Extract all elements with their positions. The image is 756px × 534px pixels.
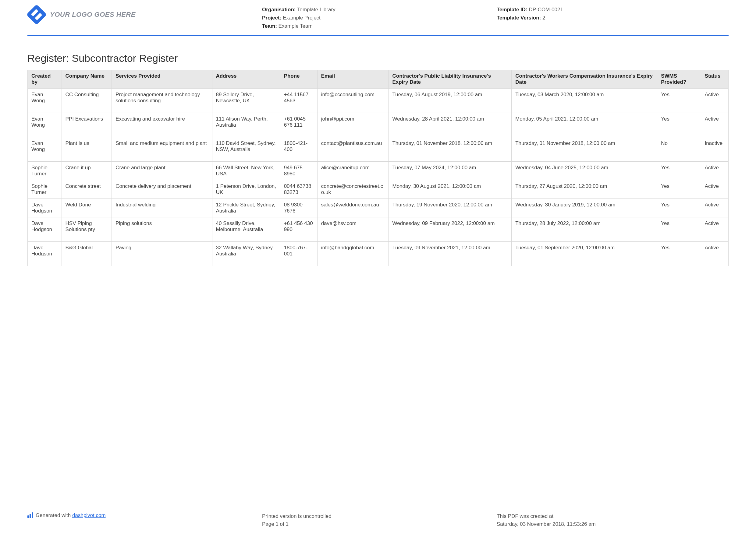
table-row: Evan WongCC ConsultingProject management… [28, 88, 729, 113]
cell-created_by: Evan Wong [28, 88, 62, 113]
cell-liability: Wednesday, 28 April 2021, 12:00:00 am [389, 113, 512, 137]
page: YOUR LOGO GOES HERE Organisation: Templa… [0, 0, 756, 534]
cell-address: 40 Sessiliy Drive, Melbourne, Australia [212, 217, 280, 242]
table-row: Sophie TurnerConcrete streetConcrete del… [28, 180, 729, 198]
cell-services: Project management and technology soluti… [112, 88, 212, 113]
table-row: Evan WongPPI ExcavationsExcavating and e… [28, 113, 729, 137]
created-value: Saturday, 03 November 2018, 11:53:26 am [497, 520, 729, 528]
cell-address: 66 Wall Street, New York, USA [212, 161, 280, 180]
header: YOUR LOGO GOES HERE Organisation: Templa… [27, 6, 729, 36]
footer-mid: Printed version is uncontrolled Page 1 o… [262, 512, 497, 528]
cell-liability: Thursday, 01 November 2018, 12:00:00 am [389, 137, 512, 161]
cell-email: john@ppi.com [317, 113, 389, 137]
template-version-value: 2 [542, 15, 545, 21]
cell-phone: +61 456 430 990 [280, 217, 317, 242]
col-header-email: Email [317, 70, 389, 88]
cell-swms: Yes [657, 198, 701, 217]
cell-company: Crane it up [62, 161, 112, 180]
cell-services: Industrial welding [112, 198, 212, 217]
cell-company: Plant is us [62, 137, 112, 161]
cell-status: Inactive [701, 137, 728, 161]
cell-workers: Thursday, 01 November 2018, 12:00:00 am [512, 137, 657, 161]
header-meta-right: Template ID: DP-COM-0021 Template Versio… [497, 6, 729, 22]
cell-liability: Tuesday, 07 May 2024, 12:00:00 am [389, 161, 512, 180]
cell-services: Piping solutions [112, 217, 212, 242]
cell-address: 1 Peterson Drive, London, UK [212, 180, 280, 198]
cell-swms: Yes [657, 217, 701, 242]
generated-prefix: Generated with [36, 512, 72, 518]
cell-email: info@ccconsutling.com [317, 88, 389, 113]
logo-block: YOUR LOGO GOES HERE [27, 6, 262, 24]
table-header-row: Created by Company Name Services Provide… [28, 70, 729, 88]
cell-email: sales@welddone.com.au [317, 198, 389, 217]
cell-email: alice@craneitup.com [317, 161, 389, 180]
cell-workers: Tuesday, 01 September 2020, 12:00:00 am [512, 242, 657, 266]
cell-swms: Yes [657, 180, 701, 198]
cell-services: Small and medium equipment and plant [112, 137, 212, 161]
cell-liability: Tuesday, 09 November 2021, 12:00:00 am [389, 242, 512, 266]
cell-company: PPI Excavations [62, 113, 112, 137]
cell-liability: Tuesday, 06 August 2019, 12:00:00 am [389, 88, 512, 113]
dashpivot-icon [27, 512, 33, 518]
cell-created_by: Evan Wong [28, 137, 62, 161]
cell-services: Crane and large plant [112, 161, 212, 180]
cell-workers: Tuesday, 03 March 2020, 12:00:00 am [512, 88, 657, 113]
cell-swms: Yes [657, 88, 701, 113]
template-id-value: DP-COM-0021 [529, 7, 563, 13]
cell-status: Active [701, 113, 728, 137]
cell-company: Weld Done [62, 198, 112, 217]
page-count: Page 1 of 1 [262, 520, 497, 528]
cell-company: HSV Piping Solutions pty [62, 217, 112, 242]
project-value: Example Project [283, 15, 321, 21]
cell-created_by: Dave Hodgson [28, 198, 62, 217]
template-version-label: Template Version: [497, 15, 541, 21]
cell-workers: Thursday, 28 July 2022, 12:00:00 am [512, 217, 657, 242]
dashpivot-link[interactable]: dashpivot.com [72, 512, 106, 518]
cell-phone: 1800-421-400 [280, 137, 317, 161]
team-value: Example Team [279, 23, 312, 29]
cell-status: Active [701, 198, 728, 217]
cell-phone: +44 11567 4563 [280, 88, 317, 113]
col-header-status: Status [701, 70, 728, 88]
table-row: Sophie TurnerCrane it upCrane and large … [28, 161, 729, 180]
table-row: Dave HodgsonWeld DoneIndustrial welding1… [28, 198, 729, 217]
cell-workers: Wednesday, 30 January 2019, 12:00:00 am [512, 198, 657, 217]
cell-status: Active [701, 217, 728, 242]
footer: Generated with dashpivot.com Printed ver… [27, 509, 729, 528]
logo-text: YOUR LOGO GOES HERE [50, 11, 136, 18]
col-header-created-by: Created by [28, 70, 62, 88]
col-header-services: Services Provided [112, 70, 212, 88]
cell-created_by: Dave Hodgson [28, 242, 62, 266]
cell-swms: Yes [657, 242, 701, 266]
logo-icon [26, 4, 47, 25]
cell-liability: Wednesday, 09 February 2022, 12:00:00 am [389, 217, 512, 242]
footer-right: This PDF was created at Saturday, 03 Nov… [497, 512, 729, 528]
table-body: Evan WongCC ConsultingProject management… [28, 88, 729, 266]
cell-email: info@bandgglobal.com [317, 242, 389, 266]
table-row: Dave HodgsonHSV Piping Solutions ptyPipi… [28, 217, 729, 242]
cell-email: dave@hsv.com [317, 217, 389, 242]
cell-workers: Thursday, 27 August 2020, 12:00:00 am [512, 180, 657, 198]
org-value: Template Library [297, 7, 336, 13]
cell-workers: Monday, 05 April 2021, 12:00:00 am [512, 113, 657, 137]
cell-services: Excavating and excavator hire [112, 113, 212, 137]
col-header-address: Address [212, 70, 280, 88]
cell-phone: 08 9300 7676 [280, 198, 317, 217]
col-header-company: Company Name [62, 70, 112, 88]
cell-address: 111 Alison Way, Perth, Australia [212, 113, 280, 137]
page-title: Register: Subcontractor Register [27, 52, 729, 64]
cell-status: Active [701, 161, 728, 180]
col-header-liability: Contractor's Public Liability Insurance'… [389, 70, 512, 88]
cell-phone: +61 0045 676 111 [280, 113, 317, 137]
cell-company: CC Consulting [62, 88, 112, 113]
created-label: This PDF was created at [497, 512, 729, 520]
cell-phone: 0044 63738 83273 [280, 180, 317, 198]
cell-phone: 1800-767-001 [280, 242, 317, 266]
cell-created_by: Sophie Turner [28, 161, 62, 180]
register-table: Created by Company Name Services Provide… [27, 70, 729, 266]
cell-address: 89 Sellery Drive, Newcastle, UK [212, 88, 280, 113]
cell-created_by: Evan Wong [28, 113, 62, 137]
col-header-phone: Phone [280, 70, 317, 88]
cell-status: Active [701, 88, 728, 113]
cell-status: Active [701, 242, 728, 266]
